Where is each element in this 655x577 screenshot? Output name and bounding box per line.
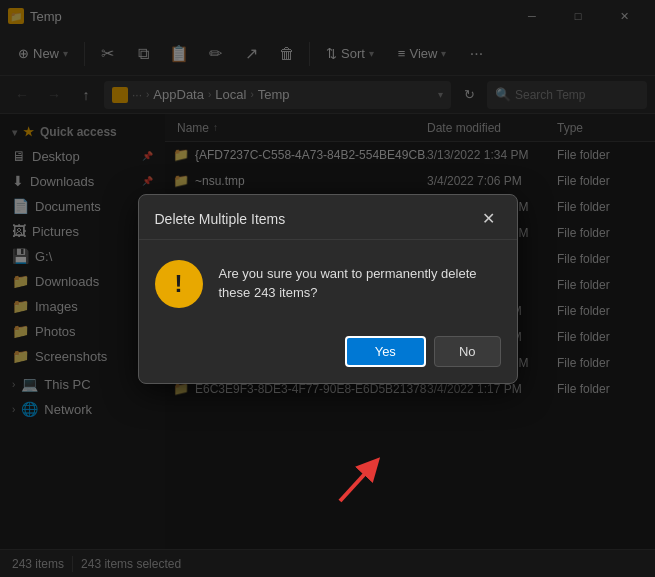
svg-line-1 xyxy=(340,466,372,501)
arrow-indicator xyxy=(330,446,390,509)
dialog-message: Are you sure you want to permanently del… xyxy=(219,265,501,301)
dialog-overlay: Delete Multiple Items ✕ ! Are you sure y… xyxy=(0,0,655,577)
dialog-titlebar: Delete Multiple Items ✕ xyxy=(139,195,517,240)
yes-button[interactable]: Yes xyxy=(345,336,426,367)
warning-icon: ! xyxy=(155,260,203,308)
dialog-footer: Yes No xyxy=(139,328,517,383)
dialog-body: ! Are you sure you want to permanently d… xyxy=(139,240,517,328)
dialog-close-button[interactable]: ✕ xyxy=(477,207,501,231)
dialog-title: Delete Multiple Items xyxy=(155,211,286,227)
no-button[interactable]: No xyxy=(434,336,501,367)
delete-dialog: Delete Multiple Items ✕ ! Are you sure y… xyxy=(138,194,518,384)
